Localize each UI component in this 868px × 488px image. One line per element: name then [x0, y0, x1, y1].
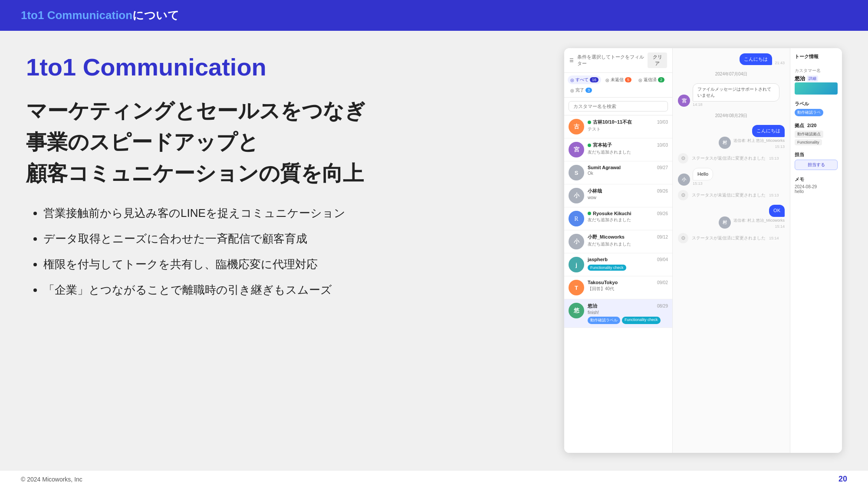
- filter-placeholder: 条件を選択してトークをフィルター: [577, 54, 644, 67]
- list-item: データ取得とニーズに合わせた一斉配信で顧客育成: [43, 230, 547, 247]
- status-dot: [588, 121, 591, 124]
- subtitle: マーケティングとセールスをつなぎ 事業のスピードアップと 顧客コミュニケーション…: [26, 95, 547, 189]
- chat-item[interactable]: j jaspherb 09/04 Functionality check: [564, 253, 672, 276]
- chat-view: 21:43 こんにちは 2024年07月04日 宮 ファイルメッセージはサポート…: [673, 48, 790, 453]
- message-bubble: OK: [769, 205, 785, 216]
- label-title: ラベル: [795, 101, 838, 107]
- talk-info-title: トーク情報: [795, 53, 838, 60]
- header: 1to1 Communicationについて: [0, 0, 868, 31]
- message-bubble: こんにちは: [740, 53, 772, 65]
- message-row: こんにちは 送信者: 村上 悠治_Micoworks 15:13 村: [678, 125, 785, 148]
- chat-items-list: 古 古林10/10~11不在 10/03 テスト 宮 宮本祐子: [564, 115, 672, 453]
- score-tag: 動作確認拠点: [795, 131, 823, 138]
- avatar: T: [569, 280, 584, 295]
- chat-item[interactable]: 小 小野_Micoworks 09/12 友だち追加されました: [564, 230, 672, 253]
- filter-bar: ☰ 条件を選択してトークをフィルター クリア: [564, 48, 672, 73]
- avatar: [569, 211, 584, 226]
- avatar: 小: [678, 174, 690, 186]
- avatar: 小: [569, 188, 584, 203]
- chat-item[interactable]: 古 古林10/10~11不在 10/03 テスト: [564, 115, 672, 138]
- message-row: 小 Hello 15:13: [678, 168, 785, 186]
- chat-item[interactable]: 宮 宮本祐子 10/03 友だち追加されました: [564, 138, 672, 161]
- left-panel: 1to1 Communication マーケティングとセールスをつなぎ 事業のス…: [26, 48, 547, 453]
- tab-done[interactable]: ◎ 完了 3: [568, 86, 595, 95]
- clear-button[interactable]: クリア: [648, 52, 667, 68]
- right-panel: ☰ 条件を選択してトークをフィルター クリア ◎ すべて 16 ◎ 未返信 5 …: [564, 48, 842, 453]
- header-title: 1to1 Communicationについて: [21, 9, 179, 22]
- avatar: 宮: [678, 95, 690, 107]
- func-tag: Functionality: [795, 139, 822, 145]
- page-number: 20: [838, 475, 847, 484]
- main-content: 1to1 Communication マーケティングとセールスをつなぎ 事業のス…: [0, 31, 868, 470]
- detail-link[interactable]: 詳細: [807, 75, 818, 82]
- functionality-tag: Functionality check: [588, 265, 626, 271]
- avatar: 宮: [569, 142, 584, 157]
- customer-name: 悠治: [795, 75, 805, 82]
- memo-content: hello: [795, 189, 838, 194]
- message-row: OK 送信者: 村上 悠治_Micoworks 15:14 村: [678, 205, 785, 228]
- message-row: 宮 ファイルメッセージはサポートされていません 14:18: [678, 83, 785, 107]
- message-bubble: ファイルメッセージはサポートされていません: [693, 83, 779, 102]
- tab-all[interactable]: ◎ すべて 16: [568, 75, 601, 84]
- bullet-list: 営業接触前から見込み客のLINEを捉えコミュニケーション データ取得とニーズに合…: [26, 205, 547, 307]
- chat-item[interactable]: S Sumit Agrawal 09/27 Ok: [564, 161, 672, 184]
- functionality-tag2: Functionality check: [622, 317, 661, 324]
- list-item: 「企業」とつながることで離職時の引き継ぎもスムーズ: [43, 282, 547, 298]
- avatar: 悠: [569, 303, 584, 318]
- customer-label: カスタマー名: [795, 68, 838, 74]
- message-bubble: Hello: [693, 168, 713, 180]
- list-item: 権限を付与してトークを共有し、臨機応変に代理対応: [43, 256, 547, 273]
- avatar: 小: [569, 234, 584, 249]
- memo-date: 2024-08-29: [795, 184, 838, 189]
- teal-block: [795, 82, 838, 95]
- assign-title: 担当: [795, 151, 838, 158]
- chat-item[interactable]: T TakosuTokyo 09/02 【回答】40代: [564, 276, 672, 299]
- system-message: ⚙ ステータスが返信済に変更されました 15:14: [678, 233, 785, 243]
- label-tag: 動作確認ラベ: [795, 109, 823, 116]
- score-title: 拠点 2/20: [795, 122, 838, 129]
- system-message: ⚙ ステータスが未返信に変更されました 15:13: [678, 190, 785, 200]
- message-bubble: こんにちは: [752, 125, 785, 137]
- system-message: ⚙ ステータスが返信済に変更されました 15:13: [678, 153, 785, 164]
- avatar: 村: [719, 216, 731, 229]
- footer: © 2024 Micoworks, Inc 20: [0, 470, 868, 488]
- chat-messages: 21:43 こんにちは 2024年07月04日 宮 ファイルメッセージはサポート…: [673, 48, 790, 453]
- status-dot: [588, 212, 591, 215]
- filter-icon: ☰: [569, 58, 574, 63]
- date-divider: 2024年07月04日: [678, 71, 785, 77]
- memo-title: メモ: [795, 176, 838, 183]
- chat-item[interactable]: 悠 悠治 08/29 finish! 動作確認ラベル Functionality…: [564, 299, 672, 328]
- status-dot: [588, 144, 591, 147]
- avatar: 村: [719, 137, 731, 149]
- label-tag: 動作確認ラベル: [588, 317, 620, 324]
- avatar: 古: [569, 119, 584, 134]
- chat-item[interactable]: Ryosuke Kikuchi 09/26 友だち追加されました: [564, 207, 672, 230]
- tabs-bar: ◎ すべて 16 ◎ 未返信 5 ◎ 返信済 2 ◎ 完了 3: [564, 73, 672, 98]
- tab-replied[interactable]: ◎ 返信済 2: [636, 75, 667, 84]
- chat-list-section: ☰ 条件を選択してトークをフィルター クリア ◎ すべて 16 ◎ 未返信 5 …: [564, 48, 673, 453]
- info-panel: トーク情報 カスタマー名 悠治 詳細 ラベル 動作確認ラベ 拠点 2/20: [790, 48, 842, 453]
- copyright: © 2024 Micoworks, Inc: [21, 476, 82, 483]
- page-title: 1to1 Communication: [26, 52, 547, 82]
- avatar: S: [569, 165, 584, 180]
- avatar: j: [569, 257, 584, 272]
- list-item: 営業接触前から見込み客のLINEを捉えコミュニケーション: [43, 205, 547, 222]
- message-row: 21:43 こんにちは: [678, 53, 785, 65]
- assign-button[interactable]: 担当する: [795, 160, 838, 170]
- search-box: [564, 98, 672, 115]
- search-input[interactable]: [569, 101, 668, 111]
- tab-unreplied[interactable]: ◎ 未返信 5: [603, 75, 634, 84]
- date-divider: 2024年08月29日: [678, 113, 785, 119]
- chat-item[interactable]: 小 小林哉 09/26 wow: [564, 184, 672, 207]
